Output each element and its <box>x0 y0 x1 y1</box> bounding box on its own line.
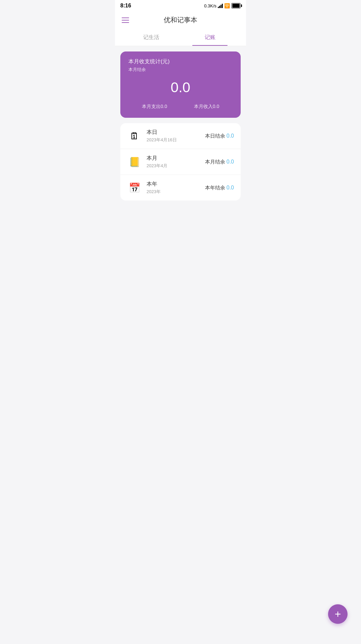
tab-account[interactable]: 记账 <box>180 29 239 46</box>
stats-card-title: 本月收支统计(元) <box>128 58 233 65</box>
year-icon: 📅 <box>127 180 142 195</box>
menu-button[interactable] <box>122 17 129 23</box>
month-title: 本月 <box>147 155 205 162</box>
month-info: 本月 2023年4月 <box>147 155 205 169</box>
signal-icon <box>218 3 223 8</box>
month-icon: 📒 <box>127 154 142 169</box>
page-title: 优和记事本 <box>164 15 197 25</box>
today-date: 2023年4月16日 <box>147 137 205 143</box>
today-balance-value: 0.0 <box>227 133 234 139</box>
menu-line-3 <box>122 22 129 23</box>
status-icons: 0.3K/s 🛜 <box>204 3 241 8</box>
year-balance-value: 0.0 <box>227 185 234 190</box>
today-balance: 本日结余 0.0 <box>205 133 234 139</box>
year-info: 本年 2023年 <box>147 181 205 195</box>
tab-life[interactable]: 记生活 <box>122 29 180 46</box>
status-bar: 8:16 0.3K/s 🛜 <box>115 0 246 11</box>
stats-row: 本月支出0.0 本月收入0.0 <box>128 104 233 110</box>
list-item-today[interactable]: 🗓 本日 2023年4月16日 本日结余 0.0 <box>120 123 241 149</box>
header: 优和记事本 <box>115 11 246 29</box>
stats-card: 本月收支统计(元) 本月结余 0.0 本月支出0.0 本月收入0.0 <box>120 51 241 118</box>
stats-balance: 0.0 <box>128 79 233 96</box>
today-title: 本日 <box>147 129 205 136</box>
menu-line-1 <box>122 17 129 18</box>
year-title: 本年 <box>147 181 205 188</box>
wifi-icon: 🛜 <box>224 3 230 8</box>
year-date: 2023年 <box>147 189 205 195</box>
year-balance: 本年结余 0.0 <box>205 185 234 191</box>
stats-card-subtitle: 本月结余 <box>128 67 233 73</box>
list-item-year[interactable]: 📅 本年 2023年 本年结余 0.0 <box>120 175 241 201</box>
today-icon: 🗓 <box>127 129 142 143</box>
status-time: 8:16 <box>120 3 131 9</box>
stats-income: 本月收入0.0 <box>194 104 219 110</box>
menu-line-2 <box>122 20 129 21</box>
month-date: 2023年4月 <box>147 163 205 169</box>
list-item-month[interactable]: 📒 本月 2023年4月 本月结余 0.0 <box>120 149 241 175</box>
stats-expense: 本月支出0.0 <box>142 104 167 110</box>
battery-icon <box>231 3 241 8</box>
network-speed: 0.3K/s <box>204 3 216 8</box>
list-card: 🗓 本日 2023年4月16日 本日结余 0.0 📒 本月 2023年4月 本月… <box>120 123 241 201</box>
main-content: 本月收支统计(元) 本月结余 0.0 本月支出0.0 本月收入0.0 🗓 本日 … <box>115 46 246 206</box>
tab-bar: 记生活 记账 <box>115 29 246 46</box>
month-balance: 本月结余 0.0 <box>205 159 234 165</box>
month-balance-value: 0.0 <box>227 159 234 165</box>
today-info: 本日 2023年4月16日 <box>147 129 205 143</box>
